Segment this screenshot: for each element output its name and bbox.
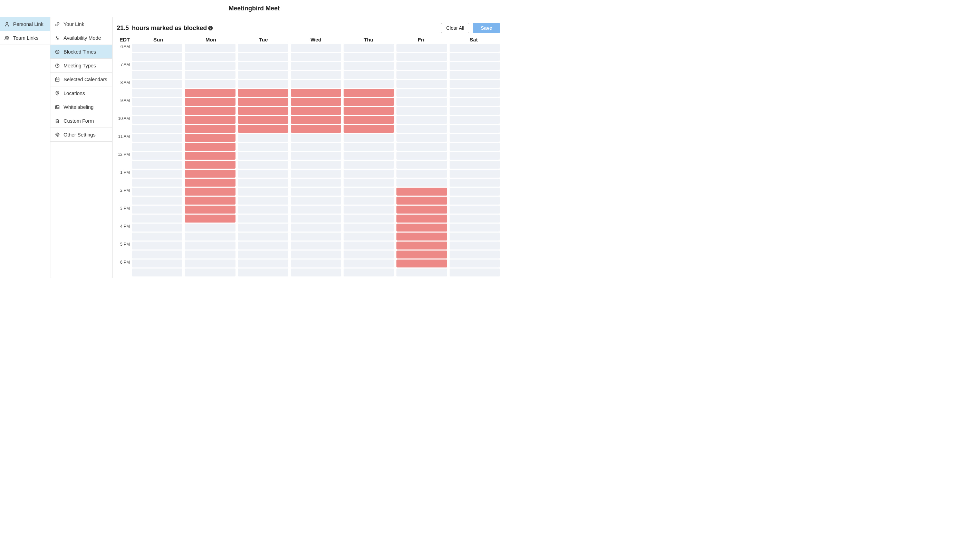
time-slot[interactable] [344,233,394,241]
blocked-slot[interactable] [185,197,235,205]
time-slot[interactable] [450,89,500,97]
time-slot[interactable] [450,242,500,250]
time-slot[interactable] [132,116,182,124]
time-slot[interactable] [185,260,235,268]
time-slot[interactable] [396,161,447,169]
time-slot[interactable] [450,188,500,196]
time-slot[interactable] [344,206,394,214]
left-nav-item-personal-link[interactable]: Personal Link [0,17,50,31]
time-slot[interactable] [291,215,341,223]
time-slot[interactable] [291,143,341,151]
sub-nav-item-selected-calendars[interactable]: Selected Calendars [51,73,112,86]
time-slot[interactable] [291,134,341,142]
blocked-slot[interactable] [344,125,394,133]
time-slot[interactable] [396,80,447,88]
time-slot[interactable] [450,53,500,61]
time-slot[interactable] [396,107,447,115]
blocked-slot[interactable] [291,125,341,133]
time-slot[interactable] [132,152,182,159]
time-slot[interactable] [344,44,394,52]
time-slot[interactable] [132,206,182,214]
time-slot[interactable] [291,242,341,250]
time-slot[interactable] [291,71,341,79]
time-slot[interactable] [238,80,288,88]
blocked-slot[interactable] [185,98,235,106]
time-slot[interactable] [344,260,394,268]
time-slot[interactable] [132,170,182,178]
blocked-slot[interactable] [185,143,235,151]
time-slot[interactable] [344,215,394,223]
time-slot[interactable] [185,71,235,79]
time-slot[interactable] [238,269,288,276]
time-slot[interactable] [291,188,341,196]
time-slot[interactable] [450,98,500,106]
blocked-slot[interactable] [396,233,447,241]
time-slot[interactable] [291,260,341,268]
time-slot[interactable] [396,89,447,97]
time-slot[interactable] [344,223,394,231]
blocked-slot[interactable] [185,188,235,196]
time-slot[interactable] [132,188,182,196]
clear-all-button[interactable]: Clear All [441,23,469,33]
time-slot[interactable] [291,223,341,231]
time-slot[interactable] [396,53,447,61]
time-slot[interactable] [450,152,500,159]
time-slot[interactable] [450,215,500,223]
time-slot[interactable] [132,44,182,52]
time-slot[interactable] [291,62,341,70]
time-slot[interactable] [185,233,235,241]
time-slot[interactable] [238,62,288,70]
blocked-slot[interactable] [396,260,447,268]
time-slot[interactable] [132,53,182,61]
time-slot[interactable] [132,107,182,115]
time-slot[interactable] [185,242,235,250]
time-slot[interactable] [238,197,288,205]
time-slot[interactable] [291,269,341,276]
time-slot[interactable] [450,250,500,258]
time-slot[interactable] [344,161,394,169]
time-slot[interactable] [450,44,500,52]
time-slot[interactable] [396,143,447,151]
time-slot[interactable] [344,134,394,142]
time-slot[interactable] [185,62,235,70]
save-button[interactable]: Save [473,23,500,33]
time-slot[interactable] [396,71,447,79]
time-slot[interactable] [238,242,288,250]
time-slot[interactable] [344,269,394,276]
time-slot[interactable] [185,53,235,61]
blocked-slot[interactable] [238,98,288,106]
time-slot[interactable] [450,223,500,231]
time-slot[interactable] [238,53,288,61]
time-slot[interactable] [132,89,182,97]
time-slot[interactable] [396,134,447,142]
time-slot[interactable] [450,134,500,142]
sub-nav-item-blocked-times[interactable]: Blocked Times [51,45,112,59]
blocked-slot[interactable] [185,134,235,142]
time-slot[interactable] [450,170,500,178]
time-slot[interactable] [238,152,288,159]
help-icon[interactable]: ? [208,25,213,31]
time-slot[interactable] [396,170,447,178]
blocked-slot[interactable] [185,170,235,178]
blocked-slot[interactable] [291,89,341,97]
time-slot[interactable] [185,80,235,88]
time-slot[interactable] [238,134,288,142]
time-slot[interactable] [132,250,182,258]
time-slot[interactable] [238,223,288,231]
blocked-slot[interactable] [185,107,235,115]
blocked-slot[interactable] [344,116,394,124]
time-slot[interactable] [344,53,394,61]
time-slot[interactable] [344,71,394,79]
time-slot[interactable] [396,44,447,52]
time-slot[interactable] [344,143,394,151]
time-slot[interactable] [291,152,341,159]
time-slot[interactable] [238,143,288,151]
time-slot[interactable] [291,170,341,178]
time-slot[interactable] [132,161,182,169]
time-slot[interactable] [344,178,394,186]
schedule-grid[interactable]: 6 AM7 AM8 AM9 AM10 AM11 AM12 PM1 PM2 PM3… [115,44,500,278]
time-slot[interactable] [291,250,341,258]
time-slot[interactable] [450,62,500,70]
blocked-slot[interactable] [396,250,447,258]
blocked-slot[interactable] [291,116,341,124]
